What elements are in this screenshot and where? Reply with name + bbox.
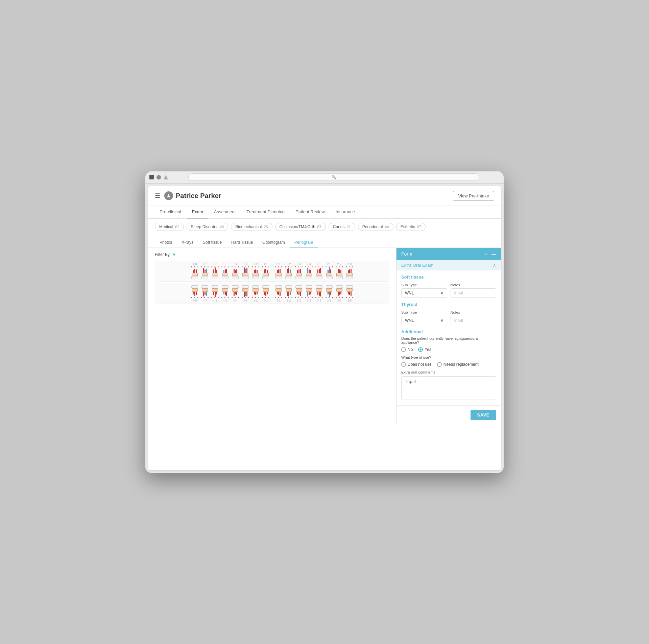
probe-bar bbox=[223, 292, 224, 294]
tooth-cell-33 bbox=[294, 285, 304, 296]
probe-bar bbox=[348, 292, 349, 294]
does-not-use-circle[interactable] bbox=[401, 362, 406, 367]
periogram-chart: 1-8 1-7 1-6 1-5 1-4 1-3 1-2 1-1 bbox=[155, 261, 389, 304]
minimize-button[interactable] bbox=[157, 175, 161, 180]
section-header[interactable]: Extra Oral Exam ∧ bbox=[396, 260, 501, 270]
probe-bar bbox=[205, 269, 206, 273]
expand-icon[interactable]: ↔ bbox=[484, 251, 489, 257]
tab-patient-review[interactable]: Patient Review bbox=[291, 206, 330, 218]
tooth-cell-45 bbox=[220, 285, 230, 296]
tooth-cell-12 bbox=[251, 268, 260, 279]
probe-bar bbox=[265, 269, 266, 273]
tab-insurance[interactable]: Insurance bbox=[331, 206, 360, 218]
tooth-cell-11 bbox=[261, 268, 270, 279]
patient-name: Patrice Parker bbox=[176, 192, 221, 200]
probe-bar bbox=[257, 292, 258, 294]
maximize-button[interactable] bbox=[164, 175, 168, 180]
tag-caries[interactable]: Caries 21 bbox=[329, 223, 355, 231]
tab-exam[interactable]: Exam bbox=[187, 206, 208, 218]
collapse-icon: ∧ bbox=[493, 263, 496, 268]
no-radio-circle[interactable] bbox=[401, 347, 406, 352]
tab-treatment-planning[interactable]: Treatment Planning bbox=[242, 206, 289, 218]
close-button[interactable] bbox=[149, 175, 154, 180]
panel-header: Form ↔ — bbox=[396, 248, 501, 260]
probe-bar bbox=[216, 292, 217, 294]
probe-bar bbox=[338, 269, 339, 273]
yes-radio[interactable]: Yes bbox=[418, 347, 431, 352]
subtab-periogram[interactable]: Periogram bbox=[290, 238, 318, 247]
view-pre-intake-button[interactable]: View Pre-Intake bbox=[453, 191, 494, 201]
soft-tissue-notes-input[interactable]: Input bbox=[451, 288, 497, 298]
tooth-cell-47 bbox=[200, 285, 210, 296]
subtab-hard-tissue[interactable]: Hard Tissue bbox=[226, 238, 258, 247]
subtab-xrays[interactable]: X-rays bbox=[177, 238, 198, 247]
probe-bar bbox=[193, 292, 194, 294]
no-radio[interactable]: No bbox=[401, 347, 413, 352]
does-not-use-radio[interactable]: Does not use bbox=[401, 362, 432, 367]
needs-replacement-radio[interactable]: Needs replacement bbox=[437, 362, 479, 367]
soft-tissue-subtype-select[interactable]: WNL ∨ bbox=[401, 288, 447, 298]
probe-bar bbox=[267, 270, 268, 273]
probe-bar bbox=[290, 292, 291, 295]
needs-replacement-circle[interactable] bbox=[437, 362, 442, 367]
yes-no-radio-group: No Yes bbox=[401, 347, 496, 352]
tooth-cell-24 bbox=[304, 268, 314, 279]
soft-tissue-title: Soft tissue bbox=[401, 275, 496, 280]
tag-sleep-disorder[interactable]: Sleep Disorder 48 bbox=[187, 223, 229, 231]
probe-bar bbox=[351, 292, 352, 296]
tag-biomechanical[interactable]: Biomechanical 25 bbox=[231, 223, 272, 231]
tooth-cell-35 bbox=[314, 285, 324, 296]
tag-esthetic[interactable]: Esthetic 67 bbox=[396, 223, 426, 231]
thyroid-subtype-select[interactable]: WNL ∨ bbox=[401, 316, 447, 325]
upper-teeth-section: 1-8 1-7 1-6 1-5 1-4 1-3 1-2 1-1 bbox=[155, 261, 389, 282]
subtab-photos[interactable]: Photos bbox=[155, 238, 177, 247]
probe-bar bbox=[307, 292, 308, 296]
minimize-panel-icon[interactable]: — bbox=[491, 251, 496, 257]
probe-bar bbox=[319, 269, 320, 273]
tooth-cell-21 bbox=[274, 268, 283, 279]
tag-medical[interactable]: Medical 62 bbox=[155, 223, 184, 231]
tag-periodontal[interactable]: Periodontal 44 bbox=[358, 223, 393, 231]
panel-body: Extra Oral Exam ∧ Soft tissue Sub Type W… bbox=[396, 260, 501, 406]
thyroid-notes-col: Notes Input bbox=[451, 310, 497, 325]
probe-bar bbox=[196, 269, 197, 273]
subtab-odontogram[interactable]: Odontogram bbox=[258, 238, 290, 247]
thyroid-notes-input[interactable]: Input bbox=[451, 316, 497, 325]
probe-bar bbox=[215, 292, 216, 297]
thyroid-row: Sub Type WNL ∨ Notes Input bbox=[401, 310, 496, 325]
probe-bar bbox=[320, 268, 321, 273]
probe-bar bbox=[298, 269, 299, 273]
lower-teeth-section: 4-8 4-7 4-6 4-5 4-4 4-3 4-2 4-1 bbox=[155, 283, 389, 304]
probe-bar bbox=[287, 292, 288, 296]
tag-occlusion[interactable]: Occlusion/TMJ/Orth 87 bbox=[275, 223, 326, 231]
menu-icon[interactable]: ☰ bbox=[155, 192, 160, 199]
main-area: Filter By ▼ 1-8 1-7 1-6 1-5 bbox=[148, 248, 501, 424]
probe-bar bbox=[226, 269, 227, 273]
tooth-cell-41 bbox=[261, 285, 270, 296]
tab-pre-clinical[interactable]: Pre-clinical bbox=[155, 206, 186, 218]
tab-assesment[interactable]: Assesment bbox=[209, 206, 240, 218]
extra-comments-textarea[interactable] bbox=[401, 376, 496, 400]
yes-radio-circle[interactable] bbox=[418, 347, 423, 352]
probe-bar bbox=[288, 268, 289, 273]
probe-bar bbox=[244, 292, 245, 297]
tooth-cell-25 bbox=[314, 268, 324, 279]
probe-bar bbox=[278, 292, 279, 295]
address-bar: 🔍 bbox=[188, 173, 479, 181]
probe-bar bbox=[246, 268, 247, 273]
yes-label: Yes bbox=[425, 347, 431, 352]
save-button[interactable]: SAVE bbox=[471, 410, 496, 420]
filter-icon[interactable]: ▼ bbox=[172, 252, 176, 257]
tooth-cell-32 bbox=[284, 285, 293, 296]
nav-tabs: Pre-clinical Exam Assesment Treatment Pl… bbox=[148, 206, 501, 219]
probe-bar bbox=[300, 292, 301, 296]
tooth-cell-18 bbox=[190, 268, 199, 279]
probe-bar bbox=[196, 292, 197, 295]
extra-oral-exam-section: Extra Oral Exam ∧ Soft tissue Sub Type W… bbox=[396, 260, 501, 406]
tooth-number-22: 2-2 bbox=[284, 262, 293, 266]
probe-bar bbox=[280, 292, 281, 296]
subtab-soft-tissue[interactable]: Soft tissue bbox=[198, 238, 226, 247]
probe-bar bbox=[264, 269, 265, 273]
probe-bar bbox=[206, 269, 207, 273]
probe-bar bbox=[235, 292, 236, 294]
